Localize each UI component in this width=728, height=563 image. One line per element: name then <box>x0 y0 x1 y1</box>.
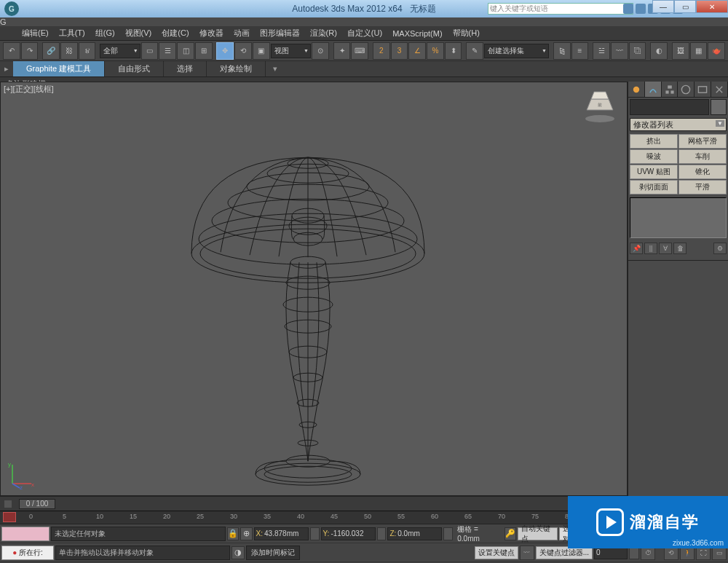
isolate-icon[interactable]: ◑ <box>232 546 245 559</box>
mod-btn-noise[interactable]: 噪波 <box>630 149 678 164</box>
cmd-tab-hierarchy[interactable] <box>662 82 678 97</box>
coord-z-spin[interactable] <box>443 527 453 540</box>
minimize-button[interactable]: — <box>652 0 674 13</box>
key-mode-icon[interactable]: 🔑 <box>505 527 517 540</box>
coord-z[interactable]: Z:0.0mm <box>387 527 442 540</box>
menu-animation[interactable]: 动画 <box>229 26 254 40</box>
mod-btn-uvwmap[interactable]: UVW 贴图 <box>630 165 678 179</box>
edit-named-sel-button[interactable]: ✎ <box>466 42 483 60</box>
ribbon-tab-freeform[interactable]: 自由形式 <box>105 61 164 76</box>
ribbon-tab-selection[interactable]: 选择 <box>164 61 207 76</box>
stack-unique-button[interactable]: ∀ <box>659 243 672 254</box>
stack-pin-button[interactable]: 📌 <box>630 243 643 254</box>
menu-maxscript[interactable]: MAXScript(M) <box>388 28 446 39</box>
maximize-button[interactable]: ▭ <box>674 0 696 13</box>
select-move-button[interactable]: ✥ <box>216 42 234 60</box>
modifier-stack[interactable] <box>630 197 727 238</box>
search-go-icon[interactable] <box>623 4 633 14</box>
angle-snap-button[interactable]: ∠ <box>408 42 426 60</box>
selection-filter-dropdown[interactable]: 全部 <box>100 44 140 58</box>
bind-spacewarp-button[interactable]: ૪ <box>79 42 96 60</box>
select-rotate-button[interactable]: ⟲ <box>234 42 252 60</box>
viewport[interactable]: [+][正交][线框] 前 <box>0 82 628 496</box>
coord-x-spin[interactable] <box>310 527 320 540</box>
trackbar-toggle-icon[interactable] <box>4 500 12 508</box>
material-editor-button[interactable]: ◐ <box>650 42 668 60</box>
absolute-mode-icon[interactable]: ⊕ <box>240 527 253 540</box>
ref-coord-dropdown[interactable]: 视图 <box>271 44 311 58</box>
mirror-button[interactable]: ⧎ <box>553 42 571 60</box>
key-tangent-icon[interactable]: 〰 <box>520 546 534 560</box>
snap-2d-button[interactable]: 2 <box>373 42 390 60</box>
timeline-start-marker[interactable] <box>3 512 16 522</box>
cmd-tab-utilities[interactable] <box>711 82 728 97</box>
named-selection-dropdown[interactable]: 创建选择集 <box>484 44 549 58</box>
redo-button[interactable]: ↷ <box>21 42 39 60</box>
render-setup-button[interactable]: 🖼 <box>672 42 689 60</box>
render-production-button[interactable]: 🫖 <box>708 42 725 60</box>
curve-editor-button[interactable]: 〰 <box>611 42 628 60</box>
schematic-view-button[interactable]: ⿻ <box>629 42 646 60</box>
menu-help[interactable]: 帮助(H) <box>448 26 484 40</box>
setkey-button[interactable]: 设置关键点 <box>475 546 518 559</box>
object-color-swatch[interactable] <box>711 99 727 115</box>
stack-show-button[interactable]: || <box>644 243 657 254</box>
mod-btn-lathe[interactable]: 车削 <box>678 149 727 164</box>
coord-y-spin[interactable] <box>377 527 387 540</box>
viewport-label[interactable]: [+][正交][线框] <box>4 84 54 95</box>
menu-views[interactable]: 视图(V) <box>121 26 157 40</box>
app-logo-icon[interactable]: G <box>4 1 19 16</box>
ribbon-tab-graphite[interactable]: Graphite 建模工具 <box>13 61 105 76</box>
time-slider[interactable]: 0 / 100 <box>19 499 55 509</box>
stack-configure-button[interactable]: ⚙ <box>713 243 727 254</box>
cmd-tab-motion[interactable] <box>678 82 695 97</box>
menu-create[interactable]: 创建(C) <box>157 26 193 40</box>
select-region-button[interactable]: ◫ <box>177 42 194 60</box>
ribbon-expand-icon[interactable]: ▸ <box>0 61 13 76</box>
stack-remove-button[interactable]: 🗑 <box>673 243 687 254</box>
window-crossing-button[interactable]: ⊞ <box>195 42 213 60</box>
mod-btn-taper[interactable]: 锥化 <box>678 165 727 179</box>
snap-3d-button[interactable]: 3 <box>391 42 408 60</box>
cmd-tab-display[interactable] <box>695 82 711 97</box>
script-line-label[interactable]: ● 所在行: <box>1 546 54 560</box>
object-name-field[interactable] <box>630 99 709 115</box>
coord-y[interactable]: Y:-1160.032 <box>321 527 376 540</box>
close-button[interactable]: ✕ <box>696 0 728 13</box>
menu-group[interactable]: 组(G) <box>91 26 119 40</box>
ribbon-minimize-icon[interactable]: ▾ <box>269 61 282 76</box>
menu-modifiers[interactable]: 修改器 <box>195 26 228 40</box>
percent-snap-button[interactable]: % <box>427 42 444 60</box>
mod-btn-extrude[interactable]: 挤出 <box>630 134 678 149</box>
cmd-tab-modify[interactable] <box>645 82 662 97</box>
mod-btn-meshsmooth[interactable]: 网格平滑 <box>678 134 727 149</box>
render-frame-button[interactable]: ▦ <box>690 42 708 60</box>
menu-tools[interactable]: 工具(T) <box>55 26 90 40</box>
viewcube-icon[interactable]: 前 <box>582 88 618 125</box>
add-time-tag[interactable]: 添加时间标记 <box>246 546 300 560</box>
select-scale-button[interactable]: ▣ <box>253 42 270 60</box>
infocenter-search[interactable]: 键入关键字或短语 <box>488 3 633 15</box>
menu-rendering[interactable]: 渲染(R) <box>306 26 341 40</box>
menu-edit[interactable]: 编辑(E) <box>17 26 53 40</box>
menu-customize[interactable]: 自定义(U) <box>343 26 387 40</box>
mod-btn-slice[interactable]: 剥切面面 <box>630 180 678 194</box>
undo-button[interactable]: ↶ <box>3 42 20 60</box>
layers-button[interactable]: ☱ <box>593 42 610 60</box>
subscription-icon[interactable] <box>636 4 646 14</box>
use-center-button[interactable]: ⊙ <box>312 42 329 60</box>
link-button[interactable]: 🔗 <box>42 42 60 60</box>
lock-selection-icon[interactable]: 🔒 <box>227 527 240 540</box>
script-listener-pink[interactable] <box>1 527 50 541</box>
unlink-button[interactable]: ⛓ <box>60 42 78 60</box>
cmd-tab-create[interactable] <box>628 82 645 97</box>
mod-btn-smooth[interactable]: 平滑 <box>678 180 727 194</box>
menu-grapheditors[interactable]: 图形编辑器 <box>256 26 304 40</box>
spinner-snap-button[interactable]: ⬍ <box>445 42 462 60</box>
align-button[interactable]: ≡ <box>571 42 589 60</box>
application-menu-icon[interactable]: G <box>0 17 728 26</box>
ribbon-tab-objectpaint[interactable]: 对象绘制 <box>207 61 266 76</box>
coord-x[interactable]: X:43.878mm <box>254 527 309 540</box>
keyboard-shortcut-button[interactable]: ⌨ <box>351 42 368 60</box>
select-by-name-button[interactable]: ☰ <box>159 42 176 60</box>
